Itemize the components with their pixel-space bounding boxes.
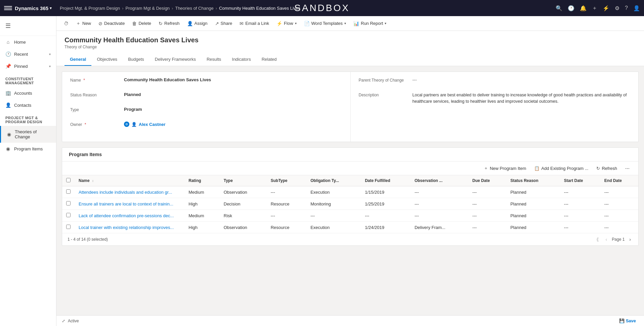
parent-value[interactable]: ---	[413, 77, 631, 82]
col-status-reason[interactable]: Status Reason	[506, 175, 560, 186]
breadcrumb-item-1[interactable]: Project Mgt. & Program Design	[60, 6, 120, 11]
type-value[interactable]: Program	[124, 107, 342, 112]
sidebar-item-contacts[interactable]: 👤 Contacts	[0, 99, 56, 111]
owner-value[interactable]: ⊙ 👤 Alex Castner	[124, 122, 342, 127]
description-label: Description	[359, 92, 413, 97]
row-checkbox-2[interactable]	[62, 210, 75, 222]
run-report-button[interactable]: 📊 Run Report ▾	[350, 19, 390, 28]
plus-icon[interactable]: ＋	[592, 5, 597, 12]
add-existing-program-button[interactable]: 📋 Add Existing Program ...	[531, 164, 592, 173]
app-name[interactable]: Dynamics 365 ▾	[15, 5, 52, 11]
history-button[interactable]: ⏱	[60, 19, 72, 28]
new-button[interactable]: ＋ New	[73, 18, 94, 29]
tab-objectives[interactable]: Objectives	[91, 53, 123, 66]
sidebar-item-theories[interactable]: ◉ Theories of Change	[0, 126, 56, 143]
toolbar: ⏱ ＋ New ⊘ Deactivate 🗑 Delete ↻ Refresh …	[56, 16, 644, 31]
share-button[interactable]: ↗ Share	[212, 19, 236, 28]
save-icon: 💾	[619, 318, 625, 323]
row-rating-1: High	[184, 198, 220, 210]
select-all-checkbox[interactable]	[62, 175, 75, 186]
delete-button[interactable]: 🗑 Delete	[129, 19, 155, 28]
subgrid-more-button[interactable]: ⋯	[622, 164, 633, 173]
row-due-date-2: ---	[468, 210, 506, 222]
row-rating-0: Medium	[184, 186, 220, 198]
col-observation[interactable]: Observation ...	[411, 175, 468, 186]
row-end-2: ---	[600, 210, 638, 222]
col-due-date[interactable]: Due Date	[468, 175, 506, 186]
contacts-icon: 👤	[5, 102, 11, 108]
col-type[interactable]: Type	[220, 175, 267, 186]
status-bar: ⤢ Active 💾 Save	[56, 315, 644, 326]
sidebar-item-program-items[interactable]: ◉ Program Items	[0, 143, 56, 155]
program-items-header: Program Items	[62, 148, 638, 161]
flow-icon: ⚡	[276, 21, 282, 26]
constituent-section-label: Constituent Management	[0, 72, 56, 87]
sidebar: ☰ ⌂ Home 🕐 Recent ▾ 📌 Pinned ▾ Constitue…	[0, 16, 56, 326]
subgrid-refresh-button[interactable]: ↻ Refresh	[593, 164, 620, 173]
row-name-0[interactable]: Attendees include individuals and educat…	[75, 186, 184, 198]
next-page-button[interactable]: ›	[627, 236, 633, 243]
row-date-fulfilled-3: 1/24/2019	[361, 222, 411, 233]
row-end-3: ---	[600, 222, 638, 233]
col-obligation[interactable]: Obligation Ty...	[306, 175, 361, 186]
help-icon[interactable]: ?	[625, 5, 628, 11]
prev-page-button[interactable]: ‹	[604, 236, 609, 243]
tab-delivery-frameworks[interactable]: Delivery Frameworks	[149, 53, 201, 66]
deactivate-button[interactable]: ⊘ Deactivate	[95, 19, 128, 28]
status-label: Status Reason	[70, 92, 124, 97]
search-icon[interactable]: 🔍	[556, 5, 562, 11]
save-button[interactable]: 💾 Save	[616, 317, 639, 325]
row-checkbox-1[interactable]	[62, 198, 75, 210]
sidebar-hamburger-icon[interactable]: ☰	[0, 19, 56, 33]
flow-button[interactable]: ⚡ Flow ▾	[273, 19, 300, 28]
sidebar-item-accounts[interactable]: 🏢 Accounts	[0, 87, 56, 99]
sidebar-item-home[interactable]: ⌂ Home	[0, 36, 56, 48]
row-name-1[interactable]: Ensure all trainers are local to context…	[75, 198, 184, 210]
description-value[interactable]: Local partners are best enabled to deliv…	[413, 92, 631, 105]
bell-icon[interactable]: 🔔	[580, 5, 587, 11]
breadcrumb-item-2[interactable]: Program Mgt & Design	[126, 6, 170, 11]
refresh-button[interactable]: ↻ Refresh	[155, 19, 183, 28]
tab-general[interactable]: General	[65, 53, 91, 66]
first-page-button[interactable]: ⟪	[594, 236, 601, 243]
refresh-icon: ↻	[159, 21, 163, 26]
status-label: Active	[68, 319, 79, 323]
word-templates-button[interactable]: 📄 Word Templates ▾	[301, 19, 349, 28]
tab-budgets[interactable]: Budgets	[123, 53, 149, 66]
waffle-menu-icon[interactable]	[4, 4, 12, 12]
col-date-fulfilled[interactable]: Date Fulfilled	[361, 175, 411, 186]
sidebar-item-recent[interactable]: 🕐 Recent ▾	[0, 48, 56, 60]
row-status-3: Planned	[506, 222, 560, 233]
sidebar-item-pinned[interactable]: 📌 Pinned ▾	[0, 60, 56, 72]
email-button[interactable]: ✉ Email a Link	[236, 19, 272, 28]
settings-icon[interactable]: ⚙	[615, 5, 619, 11]
col-subtype[interactable]: SubType	[267, 175, 306, 186]
accounts-icon: 🏢	[5, 90, 11, 96]
user-icon[interactable]: 👤	[633, 5, 640, 11]
row-checkbox-0[interactable]	[62, 186, 75, 198]
breadcrumb-item-3[interactable]: Theories of Change	[175, 6, 213, 11]
status-value[interactable]: Planned	[124, 92, 342, 97]
filter-icon[interactable]: ⚡	[603, 5, 609, 11]
row-name-3[interactable]: Local trainer with existing relationship…	[75, 222, 184, 233]
row-observation-3: Delivery Fram...	[411, 222, 468, 233]
tab-results[interactable]: Results	[201, 53, 226, 66]
tab-related[interactable]: Related	[256, 53, 282, 66]
page-number-label: Page 1	[612, 237, 625, 242]
clock-icon[interactable]: 🕐	[568, 5, 574, 11]
col-rating[interactable]: Rating	[184, 175, 220, 186]
name-value[interactable]: Community Health Education Saves Lives	[124, 77, 342, 82]
col-name[interactable]: Name ↕	[75, 175, 184, 186]
expand-icon[interactable]: ⤢	[62, 319, 65, 323]
table-footer: 1 - 4 of 14 (0 selected) ⟪ ‹ Page 1 ›	[62, 233, 638, 245]
assign-button[interactable]: 👤 Assign	[184, 19, 211, 28]
pinned-icon: 📌	[5, 63, 11, 69]
row-type-2: Risk	[220, 210, 267, 222]
tab-indicators[interactable]: Indicators	[226, 53, 256, 66]
col-end-date[interactable]: End Date	[600, 175, 638, 186]
row-checkbox-3[interactable]	[62, 222, 75, 233]
new-program-item-button[interactable]: ＋ New Program Item	[480, 164, 529, 173]
sandbox-label: SANDBOX	[294, 3, 350, 13]
row-name-2[interactable]: Lack of attendee confirmation pre-sessio…	[75, 210, 184, 222]
col-start-date[interactable]: Start Date	[560, 175, 600, 186]
